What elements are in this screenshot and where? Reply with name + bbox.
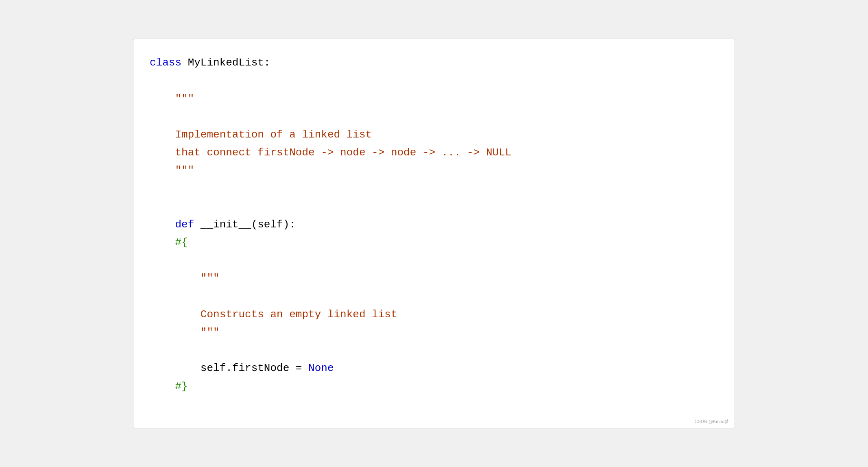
code-line bbox=[150, 288, 718, 306]
code-block: class MyLinkedList: """ Implementation o… bbox=[150, 54, 718, 413]
code-line: that connect firstNode -> node -> node -… bbox=[150, 144, 718, 161]
code-line bbox=[150, 395, 718, 413]
code-line bbox=[150, 198, 718, 216]
code-container: class MyLinkedList: """ Implementation o… bbox=[133, 39, 735, 428]
code-line bbox=[150, 179, 718, 197]
code-line bbox=[150, 251, 718, 269]
code-line: def __init__(self): bbox=[150, 216, 718, 234]
code-line: #{ bbox=[150, 234, 718, 251]
code-line: """ bbox=[150, 90, 718, 108]
code-line bbox=[150, 72, 718, 89]
code-line: self.firstNode = None bbox=[150, 359, 718, 377]
code-line: """ bbox=[150, 323, 718, 341]
code-line: Constructs an empty linked list bbox=[150, 306, 718, 323]
code-line: #} bbox=[150, 378, 718, 395]
code-line bbox=[150, 341, 718, 359]
code-line: """ bbox=[150, 269, 718, 287]
code-line: Implementation of a linked list bbox=[150, 126, 718, 144]
watermark: CSDN @Kinno梦 bbox=[694, 419, 729, 425]
code-line: """ bbox=[150, 161, 718, 179]
code-line bbox=[150, 108, 718, 126]
code-line: class MyLinkedList: bbox=[150, 54, 718, 72]
